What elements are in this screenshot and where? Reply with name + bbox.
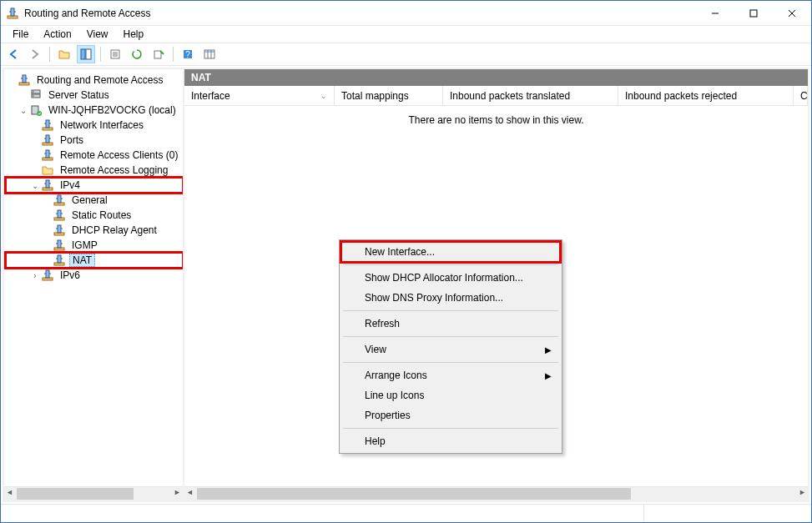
- back-button[interactable]: [4, 45, 23, 63]
- ctx-refresh[interactable]: Refresh: [341, 314, 560, 334]
- statusbar-cell: [1, 505, 644, 522]
- tree-label: Network Interfaces: [58, 119, 146, 131]
- window-title: Routing and Remote Access: [24, 8, 696, 19]
- export-list-button[interactable]: [149, 45, 168, 63]
- app-icon: [6, 7, 19, 20]
- tree-label: Static Routes: [69, 209, 134, 221]
- tree-label: Ports: [58, 134, 86, 146]
- tree-item-ports[interactable]: Ports: [6, 133, 183, 148]
- toolbar-separator: [49, 47, 50, 62]
- list-column-header: Interface ⌄ Total mappings Inbound packe…: [184, 86, 808, 106]
- tree-label: Remote Access Clients (0): [58, 149, 180, 161]
- tree-label: IPv4: [58, 179, 83, 191]
- rras-icon: [53, 194, 66, 207]
- titlebar: Routing and Remote Access: [1, 1, 811, 26]
- rras-icon: [53, 224, 66, 237]
- scrollbar-thumb[interactable]: [197, 488, 631, 500]
- show-hide-tree-button[interactable]: [77, 45, 95, 63]
- tree-pane: Routing and Remote Access Server Status …: [4, 69, 184, 500]
- sort-arrow-icon: ⌄: [320, 92, 327, 100]
- maximize-button[interactable]: [734, 1, 773, 26]
- svg-text:?: ?: [185, 50, 190, 59]
- server-icon: [29, 88, 43, 102]
- tree-label: IPv6: [58, 269, 83, 281]
- help-button[interactable]: ?: [179, 45, 197, 63]
- statusbar: [1, 504, 811, 522]
- tree-label: DHCP Relay Agent: [69, 224, 159, 236]
- rras-icon: [53, 209, 66, 222]
- up-one-level-button[interactable]: [55, 45, 73, 63]
- column-edge[interactable]: C: [794, 86, 808, 105]
- tree-item-ipv6[interactable]: › IPv6: [6, 268, 183, 283]
- expander-icon[interactable]: ⌄: [29, 181, 41, 190]
- tree-item-remote-access-clients[interactable]: Remote Access Clients (0): [6, 148, 183, 163]
- column-inbound-translated[interactable]: Inbound packets translated: [443, 86, 618, 105]
- tree-label: Server Status: [46, 89, 112, 101]
- svg-rect-14: [81, 49, 85, 59]
- toolbar-separator: [100, 47, 101, 62]
- scrollbar-thumb[interactable]: [17, 488, 134, 500]
- details-header-title: NAT: [191, 72, 211, 83]
- rras-icon: [41, 133, 54, 147]
- tree-horizontal-scrollbar[interactable]: [4, 486, 183, 500]
- refresh-button[interactable]: [128, 45, 146, 63]
- tree-item-remote-access-logging[interactable]: Remote Access Logging: [6, 163, 183, 178]
- tree-item-igmp[interactable]: IGMP: [6, 238, 183, 253]
- menu-help[interactable]: Help: [117, 28, 151, 41]
- details-header: NAT: [184, 69, 808, 86]
- add-remove-columns-button[interactable]: [200, 45, 219, 63]
- rras-icon: [41, 269, 54, 282]
- ctx-view[interactable]: View▶: [341, 339, 560, 360]
- list-horizontal-scrollbar[interactable]: [184, 486, 808, 500]
- rras-icon: [41, 118, 54, 132]
- tree-label: WIN-JQHFB2VOCKG (local): [46, 104, 179, 116]
- rras-icon: [53, 254, 66, 267]
- ctx-line-up-icons[interactable]: Line up Icons: [341, 385, 560, 405]
- folder-icon: [41, 163, 54, 177]
- submenu-arrow-icon: ▶: [545, 345, 552, 355]
- forward-button[interactable]: [26, 45, 44, 63]
- tree-item-general[interactable]: General: [6, 193, 183, 208]
- ctx-arrange-icons[interactable]: Arrange Icons▶: [341, 365, 560, 385]
- ctx-show-dhcp-allocator[interactable]: Show DHCP Allocator Information...: [341, 268, 560, 288]
- tree-label: NAT: [69, 254, 95, 267]
- ctx-new-interface[interactable]: New Interface...: [341, 242, 560, 262]
- ctx-help[interactable]: Help: [341, 431, 560, 451]
- svg-rect-15: [86, 49, 91, 59]
- rras-icon: [53, 239, 66, 252]
- empty-list-message: There are no items to show in this view.: [184, 114, 808, 126]
- menubar: File Action View Help: [1, 26, 811, 43]
- column-interface[interactable]: Interface ⌄: [184, 86, 335, 105]
- menu-file[interactable]: File: [6, 28, 35, 41]
- properties-button[interactable]: [106, 45, 124, 63]
- rras-icon: [41, 179, 54, 192]
- ctx-separator: [343, 336, 558, 337]
- column-total-mappings[interactable]: Total mappings: [335, 86, 443, 105]
- tree-item-network-interfaces[interactable]: Network Interfaces: [6, 118, 183, 133]
- expander-icon[interactable]: ⌄: [18, 106, 29, 115]
- tree-item-nat[interactable]: NAT: [6, 253, 183, 268]
- tree-root[interactable]: Routing and Remote Access: [6, 73, 183, 88]
- tree-label: General: [69, 194, 110, 206]
- ctx-properties[interactable]: Properties: [341, 405, 560, 425]
- close-button[interactable]: [773, 1, 811, 26]
- tree-item-static-routes[interactable]: Static Routes: [6, 208, 183, 223]
- window: Routing and Remote Access File Action Vi…: [0, 0, 812, 523]
- rras-icon: [41, 148, 54, 162]
- column-inbound-rejected[interactable]: Inbound packets rejected: [618, 86, 794, 105]
- ctx-show-dns-proxy[interactable]: Show DNS Proxy Information...: [341, 288, 560, 308]
- ctx-separator: [343, 428, 558, 429]
- tree-item-server-status[interactable]: Server Status: [6, 88, 183, 103]
- ctx-separator: [343, 264, 558, 265]
- tree-label: IGMP: [69, 239, 100, 251]
- svg-rect-11: [750, 10, 757, 17]
- minimize-button[interactable]: [696, 1, 734, 26]
- expander-icon[interactable]: ›: [29, 271, 41, 280]
- tree-item-dhcp-relay[interactable]: DHCP Relay Agent: [6, 223, 183, 238]
- menu-action[interactable]: Action: [37, 28, 78, 41]
- svg-rect-20: [154, 51, 161, 58]
- tree-item-server[interactable]: ⌄ WIN-JQHFB2VOCKG (local): [6, 103, 183, 118]
- menu-view[interactable]: View: [80, 28, 115, 41]
- tree-body: Routing and Remote Access Server Status …: [4, 69, 183, 486]
- tree-item-ipv4[interactable]: ⌄ IPv4: [6, 178, 183, 193]
